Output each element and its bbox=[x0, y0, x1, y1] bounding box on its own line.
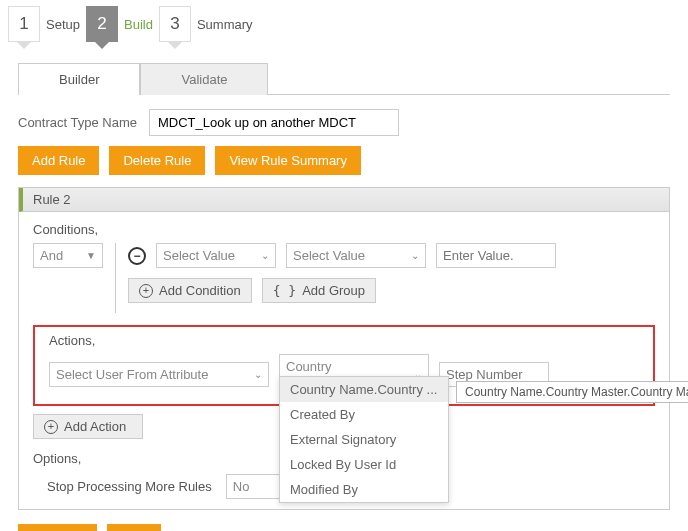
condition-field-select[interactable]: Select Value ⌄ bbox=[156, 243, 276, 268]
braces-icon: { } bbox=[273, 283, 296, 298]
dropdown-item[interactable]: Created By bbox=[280, 402, 448, 427]
tab-validate[interactable]: Validate bbox=[140, 63, 268, 95]
rule-header[interactable]: Rule 2 bbox=[19, 188, 669, 212]
dropdown-item[interactable]: Modified By bbox=[280, 477, 448, 502]
step-number: 1 bbox=[8, 6, 40, 42]
conditions-label: Conditions, bbox=[33, 222, 655, 237]
condition-operator-select[interactable]: Select Value ⌄ bbox=[286, 243, 426, 268]
chevron-down-icon: ⌄ bbox=[254, 369, 262, 380]
step-number: 2 bbox=[86, 6, 118, 42]
actions-section: Actions, Select User From Attribute ⌄ Co… bbox=[33, 325, 655, 406]
dropdown-item[interactable]: Locked By User Id bbox=[280, 452, 448, 477]
logic-value: And bbox=[40, 248, 63, 263]
chevron-down-icon: ⌄ bbox=[261, 250, 269, 261]
wizard-step-2[interactable]: 2 Build bbox=[86, 6, 153, 42]
tooltip: Country Name.Country Master.Country Mana… bbox=[456, 381, 688, 403]
chevron-down-icon: ▼ bbox=[86, 250, 96, 261]
dropdown-item[interactable]: Country Name.Country ... bbox=[280, 377, 448, 402]
tab-bar: Builder Validate bbox=[18, 62, 670, 95]
delete-rule-button[interactable]: Delete Rule bbox=[109, 146, 205, 175]
step-label: Summary bbox=[197, 17, 253, 32]
nav-button-row: Previous Next bbox=[0, 510, 688, 531]
contract-type-input[interactable] bbox=[149, 109, 399, 136]
logic-select[interactable]: And ▼ bbox=[33, 243, 103, 268]
wizard-step-3[interactable]: 3 Summary bbox=[159, 6, 253, 42]
rule-panel: Rule 2 Conditions, And ▼ − Select Value … bbox=[18, 187, 670, 510]
add-rule-button[interactable]: Add Rule bbox=[18, 146, 99, 175]
step-number: 3 bbox=[159, 6, 191, 42]
add-action-button[interactable]: + Add Action bbox=[33, 414, 143, 439]
plus-icon: + bbox=[44, 420, 58, 434]
wizard-steps: 1 Setup 2 Build 3 Summary bbox=[0, 0, 688, 52]
add-condition-button[interactable]: + Add Condition bbox=[128, 278, 252, 303]
attribute-dropdown: Country Name.Country ... Created By Exte… bbox=[279, 376, 449, 503]
step-label: Build bbox=[124, 17, 153, 32]
chevron-down-icon: ⌄ bbox=[411, 250, 419, 261]
rule-button-row: Add Rule Delete Rule View Rule Summary bbox=[0, 146, 688, 187]
condition-value-input[interactable] bbox=[436, 243, 556, 268]
plus-icon: + bbox=[139, 284, 153, 298]
wizard-step-1[interactable]: 1 Setup bbox=[8, 6, 80, 42]
contract-type-label: Contract Type Name bbox=[18, 115, 137, 130]
dropdown-item[interactable]: External Signatory bbox=[280, 427, 448, 452]
remove-condition-icon[interactable]: − bbox=[128, 247, 146, 265]
next-button[interactable]: Next bbox=[107, 524, 162, 531]
step-label: Setup bbox=[46, 17, 80, 32]
contract-type-row: Contract Type Name bbox=[0, 95, 688, 146]
actions-label: Actions, bbox=[49, 333, 639, 348]
view-rule-summary-button[interactable]: View Rule Summary bbox=[215, 146, 361, 175]
add-group-button[interactable]: { } Add Group bbox=[262, 278, 376, 303]
divider bbox=[115, 243, 116, 313]
stop-processing-label: Stop Processing More Rules bbox=[47, 479, 212, 494]
tab-builder[interactable]: Builder bbox=[18, 63, 140, 95]
action-type-select[interactable]: Select User From Attribute ⌄ bbox=[49, 362, 269, 387]
previous-button[interactable]: Previous bbox=[18, 524, 97, 531]
